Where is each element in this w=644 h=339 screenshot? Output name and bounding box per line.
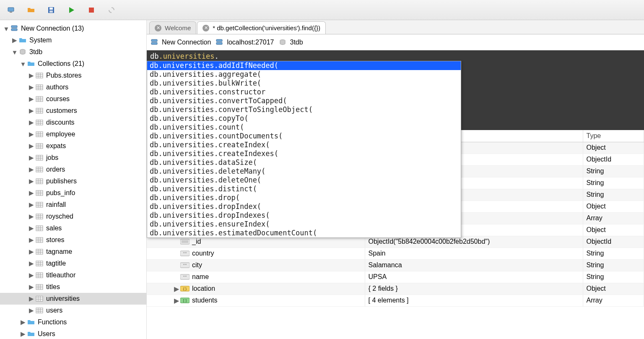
collection-item[interactable]: ▶expats — [0, 140, 146, 152]
chevron-right-icon: ▶ — [20, 331, 26, 337]
collection-item[interactable]: ▶employee — [0, 128, 146, 140]
autocomplete-item[interactable]: db.universities.drop( — [147, 193, 461, 202]
save-icon[interactable] — [45, 4, 57, 16]
editor-token-coll: .universities — [158, 52, 214, 60]
result-type: String — [583, 165, 644, 177]
tree-collections[interactable]: ▼ Collections (21) — [0, 58, 146, 70]
grid-icon — [35, 189, 44, 197]
connection-name-label: New Connection — [162, 39, 211, 46]
collection-item[interactable]: ▶pubs_info — [0, 187, 146, 199]
chevron-right-icon: ▶ — [29, 73, 34, 78]
collection-item[interactable]: ▶tagname — [0, 246, 146, 258]
tab-welcome[interactable]: ✕ Welcome — [149, 21, 196, 34]
chevron-right-icon: ▶ — [29, 178, 34, 184]
collection-item[interactable]: ▶titles — [0, 281, 146, 293]
grid-icon — [35, 248, 44, 256]
collection-item[interactable]: ▶Pubs.stores — [0, 70, 146, 81]
sidebar: ▼ New Connection (13) ▶ System ▼ 3tdb ▼ … — [0, 20, 147, 339]
autocomplete-item[interactable]: db.universities.createIndexes( — [147, 149, 461, 158]
collection-item[interactable]: ▶jobs — [0, 152, 146, 164]
collection-item-label: customers — [46, 107, 77, 115]
result-type: ObjectId — [583, 236, 644, 248]
collection-item-label: tagtitle — [46, 260, 66, 267]
connection-name[interactable]: New Connection — [150, 38, 211, 47]
tree-users[interactable]: ▶ Users — [0, 328, 146, 339]
autocomplete-item[interactable]: db.universities.countDocuments( — [147, 132, 461, 141]
query-editor[interactable]: db.universities. db.universities.addIdIf… — [147, 50, 644, 130]
autocomplete-item[interactable]: db.universities.distinct( — [147, 185, 461, 193]
computer-icon[interactable] — [5, 4, 17, 16]
collection-item[interactable]: ▶rainfall — [0, 199, 146, 211]
collection-item[interactable]: ▶roysched — [0, 211, 146, 222]
grid-icon — [35, 83, 44, 91]
autocomplete-item[interactable]: db.universities.deleteMany( — [147, 167, 461, 176]
autocomplete-item[interactable]: db.universities.bulkWrite( — [147, 79, 461, 88]
tree-db[interactable]: ▼ 3tdb — [0, 46, 146, 58]
folder-open-icon[interactable] — [25, 4, 37, 16]
close-icon[interactable]: ✕ — [203, 25, 209, 31]
stop-icon[interactable] — [86, 4, 97, 16]
folder-icon — [18, 37, 27, 44]
tree-users-label: Users — [38, 330, 55, 338]
chevron-right-icon: ▶ — [29, 284, 34, 290]
run-icon[interactable] — [65, 4, 77, 16]
collection-item[interactable]: ▶customers — [0, 105, 146, 117]
result-key: city — [192, 261, 202, 269]
autocomplete-item[interactable]: db.universities.estimatedDocumentCount( — [147, 229, 461, 237]
collection-item[interactable]: ▶sales — [0, 222, 146, 234]
chevron-right-icon: ▶ — [29, 308, 34, 313]
chevron-right-icon: ▶ — [29, 84, 34, 90]
autocomplete-item[interactable]: db.universities.count( — [147, 123, 461, 132]
col-type[interactable]: Type — [583, 130, 644, 142]
result-row[interactable]: countrySpainString — [147, 248, 644, 259]
collection-item[interactable]: ▶orders — [0, 164, 146, 175]
result-row[interactable]: citySalamancaString — [147, 259, 644, 271]
collection-item[interactable]: ▶universities — [0, 293, 146, 305]
connection-db[interactable]: 3tdb — [278, 38, 303, 47]
result-type: String — [583, 259, 644, 271]
sync-icon[interactable] — [106, 4, 117, 16]
autocomplete-popup[interactable]: db.universities.addIdIfNeeded(db.univers… — [147, 61, 461, 238]
tree-functions[interactable]: ▶ Functions — [0, 316, 146, 328]
collection-item[interactable]: ▶courses — [0, 93, 146, 105]
tree-connection[interactable]: ▼ New Connection (13) — [0, 23, 146, 34]
grid-icon — [35, 142, 44, 150]
collection-item[interactable]: ▶users — [0, 305, 146, 316]
chevron-right-icon: ▶ — [29, 120, 34, 125]
expand-icon[interactable]: ▶ — [174, 285, 179, 293]
autocomplete-item[interactable]: db.universities.dataSize( — [147, 158, 461, 167]
grid-icon — [35, 130, 44, 138]
autocomplete-item[interactable]: db.universities.convertToSingleObject( — [147, 105, 461, 114]
collection-item[interactable]: ▶discounts — [0, 117, 146, 128]
autocomplete-item[interactable]: db.universities.deleteOne( — [147, 176, 461, 185]
collection-item[interactable]: ▶titleauthor — [0, 269, 146, 281]
result-row[interactable]: ▶students[ 4 elements ]Array — [147, 295, 644, 306]
autocomplete-item[interactable]: db.universities.constructor — [147, 88, 461, 96]
collection-item[interactable]: ▶publishers — [0, 175, 146, 187]
autocomplete-item[interactable]: db.universities.dropIndex( — [147, 202, 461, 211]
autocomplete-item[interactable]: db.universities.ensureIndex( — [147, 220, 461, 229]
tree-system[interactable]: ▶ System — [0, 34, 146, 46]
tab-bar: ✕ Welcome ✕ * db.getCollection('universi… — [147, 20, 644, 34]
expand-icon[interactable]: ▶ — [174, 297, 179, 305]
close-icon[interactable]: ✕ — [155, 25, 161, 31]
result-row[interactable]: nameUPSAString — [147, 271, 644, 283]
collection-item[interactable]: ▶tagtitle — [0, 258, 146, 269]
autocomplete-item[interactable]: db.universities.convertToCapped( — [147, 96, 461, 105]
tree-system-label: System — [29, 37, 52, 44]
tab-query[interactable]: ✕ * db.getCollection('universities').fin… — [197, 21, 326, 34]
autocomplete-item[interactable]: db.universities.copyTo( — [147, 114, 461, 123]
collection-item-label: pubs_info — [46, 189, 75, 197]
collection-item-label: courses — [46, 95, 70, 103]
autocomplete-item[interactable]: db.universities.addIdIfNeeded( — [147, 61, 461, 70]
result-row[interactable]: ▶location{ 2 fields }Object — [147, 283, 644, 295]
autocomplete-item[interactable]: db.universities.dropIndexes( — [147, 211, 461, 220]
autocomplete-item[interactable]: db.universities.createIndex( — [147, 141, 461, 149]
connection-host-label: localhost:27017 — [227, 39, 274, 46]
grid-icon — [35, 271, 44, 279]
collection-item[interactable]: ▶authors — [0, 81, 146, 93]
autocomplete-item[interactable]: db.universities.aggregate( — [147, 70, 461, 79]
connection-host[interactable]: localhost:27017 — [215, 38, 274, 47]
collection-item[interactable]: ▶stores — [0, 234, 146, 246]
result-type: Object — [583, 201, 644, 212]
